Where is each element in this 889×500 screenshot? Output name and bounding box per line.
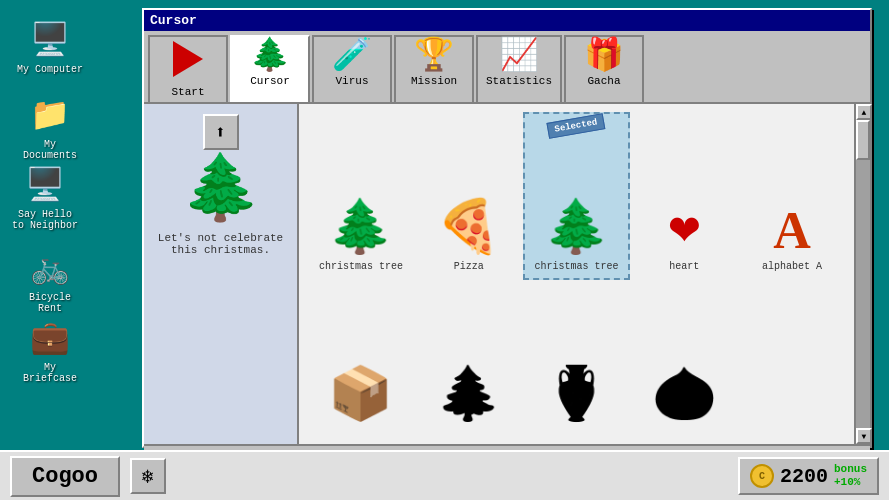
- left-panel: ⬆ 🌲 Let's not celebrate this christmas.: [144, 104, 299, 444]
- coin-area: C 2200 bonus +10%: [738, 457, 879, 495]
- bonus-text: bonus +10%: [834, 463, 867, 489]
- cursor-grid: 🌲 christmas tree 🍕 Pizza Selected 🌲 chri…: [299, 104, 854, 444]
- desktop-icon-bicycle-rent[interactable]: 🚲 Bicycle Rent: [15, 248, 85, 314]
- desktop-icon-label: Say Hello to Neighbor: [10, 209, 80, 231]
- desktop-icon-label: My Computer: [17, 64, 83, 75]
- upload-icon: ⬆: [215, 121, 226, 143]
- alphabet-a-icon: A: [773, 205, 811, 257]
- scrollbar-up[interactable]: ▲: [856, 104, 872, 120]
- desktop-icon-my-computer[interactable]: 🖥️ My Computer: [15, 20, 85, 75]
- alphabet-a-label: alphabet A: [762, 261, 822, 272]
- cursor-item-box[interactable]: 📦: [307, 280, 415, 437]
- dark-tree-icon: 🌲: [436, 372, 501, 424]
- statistics-tab-icon: 📈: [499, 41, 539, 73]
- scrollbar-down[interactable]: ▼: [856, 428, 872, 444]
- christmas-tree-1-label: christmas tree: [319, 261, 403, 272]
- window-titlebar: Cursor: [144, 10, 870, 31]
- cursor-item-dark-vase[interactable]: 🏺: [523, 280, 631, 437]
- pizza-icon: 🍕: [436, 205, 501, 257]
- gacha-tab-icon: 🎁: [584, 41, 624, 73]
- left-panel-cursor-icon: 🌲: [181, 160, 261, 224]
- content-area: ⬆ 🌲 Let's not celebrate this christmas. …: [144, 104, 870, 444]
- tab-mission-label: Mission: [411, 75, 457, 87]
- cursor-item-pizza[interactable]: 🍕 Pizza: [415, 112, 523, 280]
- christmas-tree-1-icon: 🌲: [328, 205, 393, 257]
- cursor-item-christmas-tree-1[interactable]: 🌲 christmas tree: [307, 112, 415, 280]
- snowflake-icon: ❄: [142, 464, 154, 489]
- snowflake-button[interactable]: ❄: [130, 458, 166, 494]
- coin-icon: C: [750, 464, 774, 488]
- tab-virus-label: Virus: [335, 75, 368, 87]
- desktop-icon-say-hello[interactable]: 🖥️ Say Hello to Neighbor: [10, 165, 80, 231]
- desktop-icon-label: My Documents: [15, 139, 85, 161]
- tab-mission[interactable]: 🏆 Mission: [394, 35, 474, 102]
- cursor-item-dark-acorn[interactable]: 🌰: [630, 280, 738, 437]
- dark-acorn-icon: 🌰: [652, 372, 717, 424]
- tab-gacha-label: Gacha: [588, 75, 621, 87]
- tab-cursor[interactable]: 🌲 Cursor: [230, 35, 310, 102]
- mission-tab-icon: 🏆: [414, 41, 454, 73]
- christmas-tree-2-icon: 🌲: [544, 205, 609, 257]
- cursor-item-dark-tree[interactable]: 🌲: [415, 280, 523, 437]
- pizza-label: Pizza: [454, 261, 484, 272]
- taskbar: Cogoo ❄ C 2200 bonus +10%: [0, 450, 889, 500]
- box-icon: 📦: [328, 372, 393, 424]
- tab-statistics[interactable]: 📈 Statistics: [476, 35, 562, 102]
- tab-virus[interactable]: 🧪 Virus: [312, 35, 392, 102]
- desktop-icon-my-documents[interactable]: 📁 My Documents: [15, 95, 85, 161]
- desktop-icon-label: My Briefcase: [15, 362, 85, 384]
- christmas-tree-2-label: christmas tree: [534, 261, 618, 272]
- upload-button[interactable]: ⬆: [203, 114, 239, 150]
- start-tab-icon: [173, 41, 203, 84]
- start-button[interactable]: Cogoo: [10, 456, 120, 497]
- scrollbar-thumb[interactable]: [856, 120, 870, 160]
- window-title: Cursor: [150, 13, 197, 28]
- tab-statistics-label: Statistics: [486, 75, 552, 87]
- dark-vase-icon: 🏺: [544, 372, 609, 424]
- scrollbar[interactable]: ▲ ▼: [854, 104, 870, 444]
- tab-start[interactable]: Start: [148, 35, 228, 102]
- scrollbar-track[interactable]: [856, 120, 870, 428]
- desktop-icon-my-briefcase[interactable]: 💼 My Briefcase: [15, 318, 85, 384]
- virus-tab-icon: 🧪: [332, 41, 372, 73]
- start-label: Cogoo: [32, 464, 98, 489]
- left-panel-description: Let's not celebrate this christmas.: [154, 232, 287, 256]
- tab-cursor-label: Cursor: [250, 75, 290, 87]
- selected-badge: Selected: [547, 113, 606, 139]
- main-window: Cursor Start 🌲 Cursor 🧪 Virus 🏆 Mission …: [142, 8, 872, 448]
- heart-label: heart: [669, 261, 699, 272]
- cursor-item-alphabet-a[interactable]: A alphabet A: [738, 112, 846, 280]
- tab-gacha[interactable]: 🎁 Gacha: [564, 35, 644, 102]
- cursor-item-christmas-tree-2[interactable]: Selected 🌲 christmas tree: [523, 112, 631, 280]
- tab-start-label: Start: [171, 86, 204, 98]
- tab-bar: Start 🌲 Cursor 🧪 Virus 🏆 Mission 📈 Stati…: [144, 31, 870, 104]
- heart-icon: ❤️: [669, 205, 700, 257]
- coin-amount: 2200: [780, 465, 828, 488]
- desktop-icon-label: Bicycle Rent: [15, 292, 85, 314]
- cursor-tab-icon: 🌲: [250, 41, 290, 73]
- cursor-item-heart[interactable]: ❤️ heart: [630, 112, 738, 280]
